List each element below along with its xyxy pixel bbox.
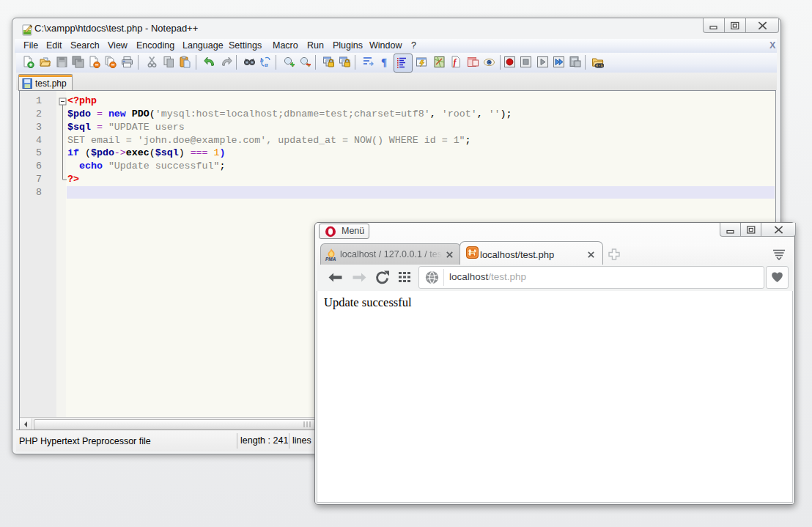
svg-text:a: a xyxy=(265,61,268,68)
svg-text:¶: ¶ xyxy=(381,56,387,68)
svg-text:PMA: PMA xyxy=(325,257,336,262)
